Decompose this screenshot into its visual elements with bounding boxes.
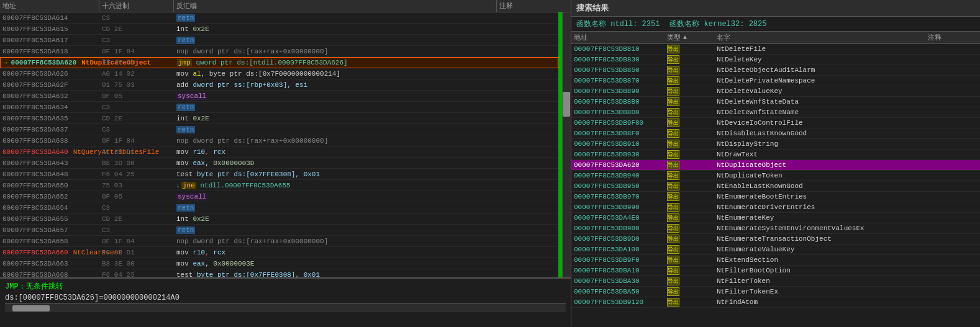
disasm-row[interactable]: 00007FF8C53DA637C3retn <box>0 124 558 135</box>
addr-value: 00007FF8C53DA615 <box>2 25 68 33</box>
disasm-row[interactable]: 00007FF8C53DA6180F 1F 84nop dword ptr ds… <box>0 46 558 57</box>
disasm-row[interactable]: 00007FF8C53DA635CD 2Eint 0x2E <box>0 113 558 124</box>
search-row[interactable]: 00007FF8C53DB9F0导出NtExtendSection <box>571 255 980 266</box>
addr-cell: 00007FF8C53DA655 <box>0 215 99 223</box>
search-row[interactable]: 00007FF8C53DB890导出NtDeleteValueKey <box>571 86 980 97</box>
disasm-row[interactable]: 00007FF8C53DA634C3retn <box>0 102 558 113</box>
disasm-row[interactable]: 00007FF8C53DA668F6 04 25test byte ptr ds… <box>0 269 558 277</box>
disasm-row[interactable]: 00007FF8C53DA655CD 2Eint 0x2E <box>0 213 558 225</box>
disasm-row[interactable]: 00007FF8C53DA615CD 2Eint 0x2E <box>0 24 558 35</box>
search-row[interactable]: 00007FF8C53DB9B0导出NtEnumerateSystemEnvir… <box>571 223 980 234</box>
type-export-icon: 导出 <box>667 192 679 201</box>
search-row[interactable]: 00007FF8C53DB970导出NtEnumerateBootEntries <box>571 192 980 202</box>
search-row[interactable]: 00007FF8C53DBA30导出NtFilterToken <box>571 276 980 287</box>
instr-cell: retn <box>174 37 484 44</box>
search-row[interactable]: 00007FF8C53DA100导出NtEnumerateValueKey <box>571 244 980 255</box>
disasm-vertical-scrollbar[interactable] <box>562 12 571 277</box>
hex-cell: FF 25 00 <box>100 59 175 66</box>
disasm-row[interactable]: 00007FF8C53DA643B8 3D 00mov eax, 0x00000… <box>0 158 558 169</box>
search-name-cell: NtFilterBootOption <box>717 267 928 274</box>
addr-cell: 00007FF8C53DA638 <box>0 137 99 145</box>
addr-value: 00007FF8C53DA626 <box>2 70 68 78</box>
disasm-row[interactable]: 00007FF8C53DA6580F 1F 84nop dword ptr ds… <box>0 236 558 247</box>
disasm-scroll-area: 00007FF8C53DA614C3retn00007FF8C53DA615CD… <box>0 12 571 277</box>
type-export-icon: 导出 <box>667 256 679 264</box>
search-row[interactable]: 00007FF8C53DB990导出NtEnumerateDriverEntri… <box>571 202 980 213</box>
search-row[interactable]: 00007FF8C53DB9F80导出NtDeviceIoControlFile <box>571 118 980 128</box>
search-addr-cell: 00007FF8C53DB930 <box>574 151 667 158</box>
search-row[interactable]: 00007FF8C53DA4E0导出NtEnumerateKey <box>571 213 980 223</box>
addr-cell: 00007FF8C53DA648 <box>0 171 99 178</box>
search-addr-cell: 00007FF8C53DB8B0 <box>574 98 667 105</box>
search-row[interactable]: 00007FF8C53DB950导出NtEnableLastKnownGood <box>571 181 980 192</box>
bottom-line2: ds:[00007FF8C53DA626]=000000000000214A0 <box>5 292 566 303</box>
instr-keyword: test <box>176 271 197 278</box>
disasm-row[interactable]: 00007FF8C53DA657C3retn <box>0 225 558 236</box>
search-row[interactable]: 00007FF8C53DB940导出NtDuplicateToken <box>571 171 980 181</box>
search-row[interactable]: 00007FF8C53DB850导出NtDeleteObjectAuditAla… <box>571 65 980 76</box>
addr-value: 00007FF8C53DA635 <box>2 115 68 122</box>
search-addr-cell: 00007FF8C53DB9120 <box>574 298 667 306</box>
type-export-icon: 导出 <box>667 203 679 212</box>
disasm-rows[interactable]: 00007FF8C53DA614C3retn00007FF8C53DA615CD… <box>0 12 558 277</box>
search-row[interactable]: 00007FF8C53DB910导出NtDisplayString <box>571 139 980 150</box>
search-row[interactable]: 00007FF8C53DB8B0导出NtDeleteWnfStateData <box>571 97 980 107</box>
addr-cell: 00007FF8C53DA652 <box>0 193 99 200</box>
search-type-cell: 导出 <box>667 97 717 106</box>
addr-value: 00007FF8C53DA650 <box>2 182 68 189</box>
disasm-row[interactable]: 00007FF8C53DA660NtClearEvent4C 8B D1mov … <box>0 247 558 258</box>
search-row[interactable]: 00007FF8C53DB9120导出NtFindAtom <box>571 297 980 308</box>
instr-cell: retn <box>174 126 484 133</box>
hex-cell: 0F 05 <box>99 193 174 200</box>
disasm-row[interactable]: 00007FF8C53DA62F01 75 03add dword ptr ss… <box>0 79 558 91</box>
disasm-row[interactable]: 00007FF8C53DA654C3retn <box>0 202 558 213</box>
search-row[interactable]: 00007FF8C53DBA10导出NtFilterBootOption <box>571 266 980 276</box>
search-row[interactable]: 00007FF8C53DB870导出NtDeletePrivateNamespa… <box>571 76 980 86</box>
disasm-row[interactable]: 00007FF8C53DA6520F 05syscall <box>0 191 558 202</box>
search-row[interactable]: 00007FF8C53DB9D0导出NtEnumerateTransaction… <box>571 234 980 244</box>
search-row[interactable]: 00007FF8C53DB830导出NtDeleteKey <box>571 55 980 65</box>
search-col-addr-header: 地址 <box>574 33 667 42</box>
disasm-row[interactable]: 00007FF8C53DA6320F 05syscall <box>0 91 558 102</box>
type-export-icon: 导出 <box>667 224 679 233</box>
search-rows[interactable]: 00007FF8C53DB810导出NtDeleteFile00007FF8C5… <box>571 44 980 327</box>
disasm-panel: 地址 十六进制 反汇编 注释 00007FF8C53DA614C3retn000… <box>0 0 571 327</box>
instr-cell: mov al, byte ptr ds:[0x7F00000000000214] <box>174 70 484 78</box>
hex-cell: B8 3D 00 <box>99 159 174 167</box>
search-type-cell: 导出 <box>667 87 717 96</box>
search-row[interactable]: 00007FF8C53DB8D0导出NtDeleteWnfStateName <box>571 107 980 118</box>
bottom-scrollbar-thumb[interactable] <box>12 305 50 311</box>
instr-cell: nop dword ptr ds:[rax+rax+0x00000000] <box>174 137 484 145</box>
disasm-row[interactable]: 00007FF8C53DA648F6 04 25test byte ptr ds… <box>0 169 558 180</box>
addr-cell: 00007FF8C53DA626 <box>0 70 99 78</box>
disasm-row[interactable]: 00007FF8C53DA617C3retn <box>0 35 558 46</box>
disasm-row[interactable]: 00007FF8C53DA65075 03↓jne ntdll.00007FF8… <box>0 180 558 191</box>
search-addr-cell: 00007FF8C53DBA10 <box>574 267 667 274</box>
instr-cell: mov r10, rcx <box>174 249 484 256</box>
search-row[interactable]: 00007FF8C53DB8F0导出NtDisableLastKnownGood <box>571 128 980 139</box>
instr-cell: retn <box>174 226 484 234</box>
disasm-header: 地址 十六进制 反汇编 注释 <box>0 0 571 12</box>
disasm-row[interactable]: →00007FF8C53DA620NtDuplicateObjectFF 25 … <box>0 57 558 68</box>
bottom-scrollbar[interactable] <box>5 303 566 312</box>
search-col-type-header[interactable]: 类型 ▲ <box>667 33 717 42</box>
type-export-icon: 导出 <box>667 298 679 307</box>
search-row[interactable]: 00007FF8C53DB930导出NtDrawText <box>571 150 980 160</box>
addr-value: 00007FF8C53DA638 <box>2 137 68 145</box>
search-row[interactable]: 00007FF8C53DBA50导出NtFilterTokenEx <box>571 287 980 297</box>
search-row[interactable]: 00007FF8C53DA620导出NtDuplicateObject <box>571 160 980 171</box>
disasm-row[interactable]: 00007FF8C53DA640NtQueryAttributesFile4C … <box>0 146 558 158</box>
disasm-row[interactable]: 00007FF8C53DA614C3retn <box>0 12 558 24</box>
addr-cell: 00007FF8C53DA618 <box>0 48 99 55</box>
disasm-row[interactable]: 00007FF8C53DA6380F 1F 84nop dword ptr ds… <box>0 135 558 146</box>
search-name-cell: NtDeleteFile <box>717 45 928 53</box>
disasm-row[interactable]: 00007FF8C53DA626A0 14 02mov al, byte ptr… <box>0 68 558 79</box>
addr-value: 00007FF8C53DA620 <box>11 59 77 66</box>
type-export-icon: 导出 <box>667 287 679 296</box>
instr-cell: int 0x2E <box>174 215 484 223</box>
search-addr-cell: 00007FF8C53DBA30 <box>574 277 667 285</box>
instr-keyword: retn <box>176 204 195 212</box>
scrollbar-thumb[interactable] <box>563 92 570 117</box>
disasm-row[interactable]: 00007FF8C53DA663B8 3E 00mov eax, 0x00000… <box>0 258 558 269</box>
search-row[interactable]: 00007FF8C53DB810导出NtDeleteFile <box>571 44 980 55</box>
